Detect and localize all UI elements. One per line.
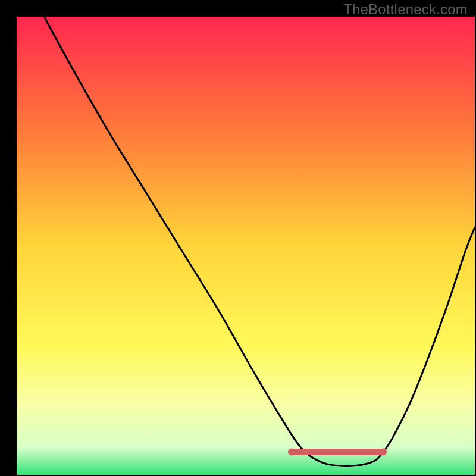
watermark-text: TheBottleneck.com — [343, 1, 468, 18]
chart-band-dot-left — [288, 449, 295, 456]
chart-background — [17, 17, 475, 475]
bottleneck-chart — [0, 0, 476, 476]
chart-band-dot-right — [380, 449, 387, 456]
chart-frame: TheBottleneck.com — [0, 0, 476, 476]
